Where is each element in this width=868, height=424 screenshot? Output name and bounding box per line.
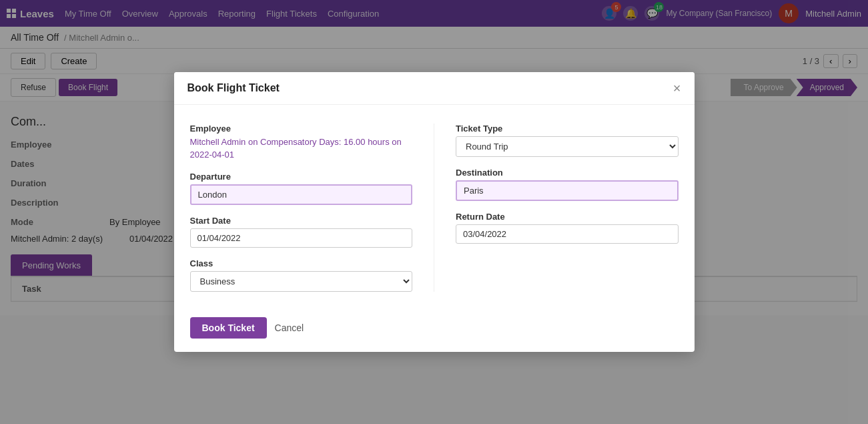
modal-overlay: Book Flight Ticket × Employee Mitchell A…: [0, 0, 868, 27]
